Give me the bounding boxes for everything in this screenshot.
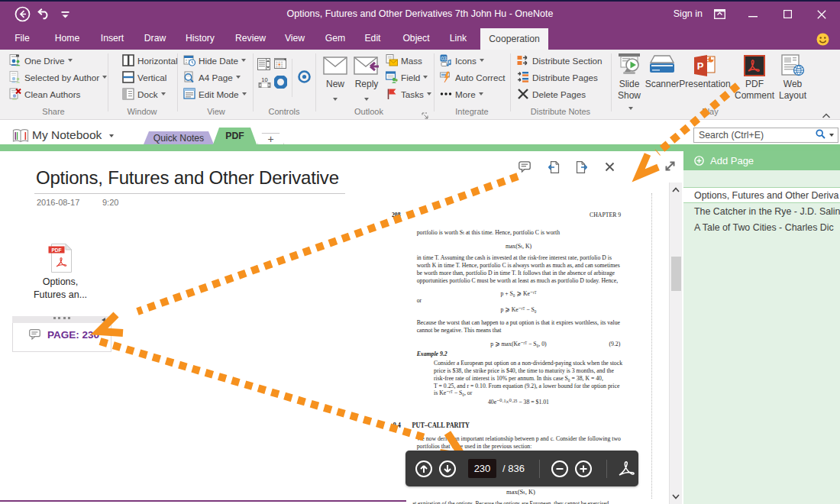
outlook-group-label: Outlook: [338, 107, 399, 116]
ribbon-display-options-icon[interactable]: [713, 2, 725, 27]
distribute-pages-button[interactable]: Distribute Pages: [517, 69, 598, 85]
page-list-item[interactable]: A Tale of Two Cities - Charles Dic: [683, 220, 840, 236]
vertical-button[interactable]: Vertical: [122, 69, 166, 85]
maximize-button[interactable]: [779, 2, 796, 27]
page-list-item-selected[interactable]: Options, Futures and Other Deriva: [683, 187, 840, 203]
auto-correct-label: Auto Correct: [455, 73, 506, 82]
clean-authors-button[interactable]: Clean Authors: [9, 86, 80, 102]
search-icon[interactable]: [816, 129, 825, 141]
presentation-button[interactable]: P Presentation: [678, 53, 732, 90]
current-page-input[interactable]: 230: [468, 459, 496, 478]
web-layout-button[interactable]: Web Layout: [774, 53, 811, 102]
note-text[interactable]: PAGE: 230: [47, 329, 99, 341]
menu-tab-home[interactable]: Home: [50, 27, 84, 50]
distribute-section-button[interactable]: Distribute Section: [517, 53, 603, 68]
edit-mode-label: Edit Mode: [199, 89, 239, 99]
preview-comment-icon[interactable]: [519, 161, 531, 173]
target-control-button[interactable]: [298, 69, 311, 84]
new-section-tab[interactable]: +: [257, 133, 284, 144]
auto-correct-icon: [440, 71, 452, 83]
page-list-item[interactable]: The Catcher in the Rye - J.D. Salin: [683, 204, 840, 220]
listbox-control-button[interactable]: [257, 57, 270, 72]
pdf-comment-button[interactable]: PDF Comment: [733, 53, 776, 102]
sign-in-link[interactable]: Sign in: [674, 2, 703, 27]
note-outline-container[interactable]: PAGE: 230: [12, 316, 111, 352]
slide-show-button[interactable]: Slide Show: [615, 53, 643, 113]
open-in-acrobat-icon[interactable]: [617, 460, 637, 477]
zoom-out-button[interactable]: [551, 460, 568, 477]
menu-tab-file[interactable]: File: [8, 27, 37, 50]
window-bottom-border: [0, 500, 406, 502]
quick-access-toolbar-dropdown[interactable]: [59, 2, 71, 27]
section-tab-quick-notes[interactable]: Quick Notes: [144, 131, 214, 144]
dock-button[interactable]: Dock: [122, 86, 166, 102]
chevron-down-icon: [479, 92, 483, 95]
menu-tab-insert[interactable]: Insert: [96, 27, 128, 50]
outlook-dialog-launcher[interactable]: [422, 109, 429, 117]
page-down-button[interactable]: [439, 460, 456, 477]
page-up-button[interactable]: [415, 460, 432, 477]
menu-tab-link[interactable]: Link: [447, 27, 470, 50]
back-button[interactable]: [14, 2, 31, 27]
reply-email-button[interactable]: Reply: [351, 53, 382, 103]
selected-by-author-button[interactable]: Selected by Author: [9, 69, 107, 85]
web-layout-label-1: Web: [774, 79, 811, 90]
icons-button[interactable]: 03 Icons: [440, 53, 484, 68]
close-preview-icon[interactable]: [605, 161, 617, 173]
a4-page-button[interactable]: A4 Page: [183, 69, 241, 85]
scan-text-line: opportunities portfolio C must be worth …: [417, 277, 621, 285]
pdf-file-icon: PDF: [30, 244, 91, 273]
close-button[interactable]: [813, 2, 830, 27]
chevron-down-icon: [109, 134, 114, 137]
pdf-attachment[interactable]: PDF Options, Futures an...: [30, 244, 91, 301]
one-drive-button[interactable]: One Drive: [9, 53, 73, 68]
donut-control-button[interactable]: [274, 74, 287, 89]
tasks-button[interactable]: Tasks: [386, 86, 431, 102]
menu-tab-view[interactable]: View: [280, 27, 309, 50]
comment-tag-icon: [29, 329, 40, 340]
undo-button[interactable]: [36, 2, 51, 27]
new-email-button[interactable]: New: [321, 53, 350, 103]
grid-control-button[interactable]: [274, 57, 286, 72]
menu-tab-gem[interactable]: Gem: [323, 27, 347, 50]
spin-control-button[interactable]: 10: [258, 75, 271, 90]
collapse-note-icon[interactable]: [102, 318, 105, 322]
attachment-label-line2: Futures an...: [30, 289, 91, 302]
web-layout-label-2: Layout: [774, 90, 811, 102]
add-page-button[interactable]: Add Page: [683, 151, 840, 170]
page-title[interactable]: Options, Futures and Other Derivative: [36, 167, 344, 189]
search-input[interactable]: Search (Ctrl+E): [693, 128, 838, 143]
delete-pages-button[interactable]: Delete Pages: [517, 86, 586, 102]
auto-correct-button[interactable]: Auto Correct: [440, 69, 506, 85]
scrollbar-thumb[interactable]: [671, 257, 681, 291]
collapse-ribbon-button[interactable]: [822, 108, 831, 116]
edit-mode-button[interactable]: Edit Mode: [183, 86, 247, 102]
menu-tab-edit[interactable]: Edit: [361, 27, 384, 50]
share-group-label: Share: [23, 107, 84, 116]
menu-tab-cooperation[interactable]: Cooperation: [480, 28, 548, 50]
menu-tab-object[interactable]: Object: [399, 27, 434, 50]
menu-tab-draw[interactable]: Draw: [141, 27, 170, 50]
field-button[interactable]: Field: [386, 69, 428, 85]
scanner-button[interactable]: Scanner: [645, 53, 680, 90]
notebook-name[interactable]: My Notebook: [32, 128, 114, 142]
icons-icon: 03: [440, 54, 452, 66]
chevron-down-icon: [241, 59, 246, 62]
menu-tab-history[interactable]: History: [183, 27, 218, 50]
expand-preview-icon[interactable]: [664, 160, 676, 172]
minimize-button[interactable]: [745, 2, 761, 27]
menu-tab-review[interactable]: Review: [233, 27, 268, 50]
smiley-feedback-icon[interactable]: [816, 32, 829, 46]
section-tab-pdf[interactable]: PDF: [213, 128, 257, 144]
preview-scrollbar[interactable]: [669, 183, 682, 504]
note-drag-handle[interactable]: [12, 316, 111, 323]
more-button[interactable]: More: [440, 86, 483, 102]
next-page-file-icon[interactable]: [576, 161, 588, 173]
search-scope-dropdown-icon[interactable]: [829, 134, 834, 137]
previous-page-file-icon[interactable]: [548, 161, 560, 173]
hide-date-button[interactable]: Hide Date: [183, 53, 246, 68]
zoom-in-button[interactable]: [575, 460, 592, 477]
mass-button[interactable]: Mass: [386, 53, 422, 68]
page-date: 2016-08-17: [37, 198, 79, 207]
horizontal-button[interactable]: Horizontal: [122, 53, 178, 68]
